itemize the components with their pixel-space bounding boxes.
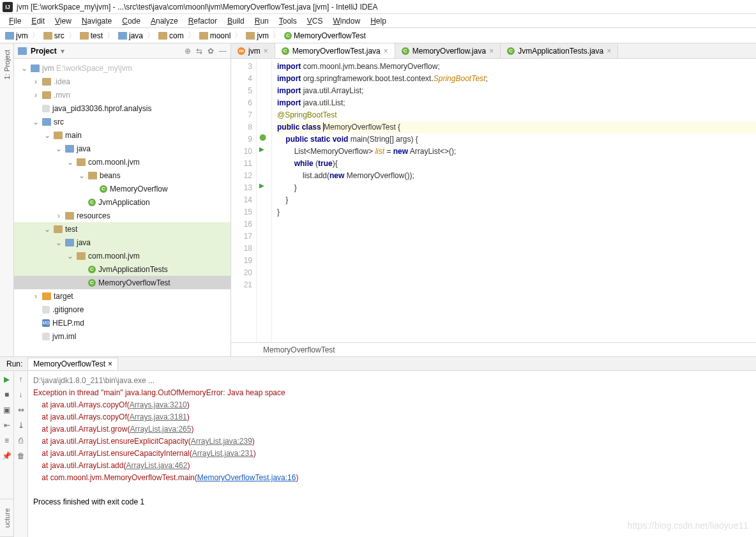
- project-panel-header: Project ▾ ⊕ ⇆ ✿ —: [14, 43, 231, 59]
- breadcrumb-item[interactable]: jvm: [245, 31, 270, 41]
- menu-code[interactable]: Code: [117, 15, 146, 27]
- tree-node[interactable]: .mvn: [14, 88, 231, 102]
- breadcrumb-item[interactable]: moonl: [198, 31, 232, 41]
- pin-icon[interactable]: 📌: [2, 451, 11, 460]
- breadcrumb-item[interactable]: com: [157, 31, 185, 41]
- menu-analyze[interactable]: Analyze: [146, 15, 183, 27]
- run-tool-window: Run: MemoryOverflowTest × ▶ ■ ▣ ⇤ ≡ 📌 ↑ …: [0, 356, 756, 537]
- tree-node[interactable]: jvm E:\workSpace_my\jvm: [14, 61, 231, 75]
- menu-vcs[interactable]: VCS: [302, 15, 328, 27]
- close-icon[interactable]: ×: [264, 47, 268, 56]
- tree-node[interactable]: jvm.iml: [14, 329, 231, 343]
- code-editor[interactable]: 3456789101112131415161718192021 ⬤▶▶ impo…: [231, 59, 756, 342]
- tree-node[interactable]: java: [14, 142, 231, 155]
- up-icon[interactable]: ↑: [19, 375, 23, 384]
- tree-node[interactable]: com.moonl.jvm: [14, 249, 231, 262]
- editor-tab[interactable]: mjvm×: [231, 43, 275, 58]
- folder-icon: [18, 47, 27, 55]
- exit-icon[interactable]: ⇤: [4, 421, 10, 430]
- menu-navigate[interactable]: Navigate: [77, 15, 117, 27]
- print-icon[interactable]: ⎙: [19, 436, 23, 445]
- tree-node[interactable]: test: [14, 222, 231, 236]
- hide-icon[interactable]: —: [219, 47, 227, 56]
- close-icon[interactable]: ×: [607, 47, 611, 56]
- main-menu[interactable]: FileEditViewNavigateCodeAnalyzeRefactorB…: [0, 14, 756, 28]
- layout-icon[interactable]: ≡: [4, 436, 9, 445]
- rerun-icon[interactable]: ▶: [4, 375, 10, 384]
- left-tool-gutter[interactable]: 1: Project: [0, 43, 14, 356]
- wrap-icon[interactable]: ⇔: [18, 405, 24, 414]
- menu-edit[interactable]: Edit: [26, 15, 50, 27]
- tree-node[interactable]: CMemoryOverflowTest: [14, 276, 231, 289]
- menu-refactor[interactable]: Refactor: [183, 15, 222, 27]
- editor-tab[interactable]: CJvmApplicationTests.java×: [501, 43, 618, 58]
- tree-node[interactable]: CJvmApplication: [14, 195, 231, 209]
- structure-tool-tab[interactable]: ucture: [0, 499, 14, 537]
- run-config-tab[interactable]: MemoryOverflowTest ×: [27, 358, 118, 370]
- breadcrumb-item[interactable]: CMemoryOverflowTest: [283, 31, 367, 41]
- window-title-bar: IJ jvm [E:\workSpace_my\jvm] - ...\src\t…: [0, 0, 756, 14]
- tree-node[interactable]: main: [14, 128, 231, 142]
- tree-node[interactable]: MDHELP.md: [14, 316, 231, 329]
- line-number-gutter: 3456789101112131415161718192021: [231, 59, 257, 342]
- tree-node[interactable]: src: [14, 115, 231, 128]
- tree-node[interactable]: java: [14, 236, 231, 249]
- project-tool-tab[interactable]: 1: Project: [3, 50, 11, 79]
- breadcrumb-item[interactable]: java: [117, 31, 144, 41]
- menu-tools[interactable]: Tools: [274, 15, 302, 27]
- collapse-icon[interactable]: ⇆: [196, 47, 202, 56]
- camera-icon[interactable]: ▣: [3, 405, 10, 414]
- editor-tab[interactable]: CMemoryOverflowTest.java×: [275, 43, 395, 58]
- run-header: Run: MemoryOverflowTest ×: [0, 357, 756, 371]
- console-output[interactable]: D:\java\jdk1.8.0_211\bin\java.exe ...Exc…: [28, 371, 756, 537]
- tree-node[interactable]: com.moonl.jvm: [14, 155, 231, 169]
- close-icon[interactable]: ×: [489, 47, 494, 56]
- menu-view[interactable]: View: [50, 15, 77, 27]
- breadcrumb-item[interactable]: jvm: [4, 31, 29, 41]
- project-panel-title: Project: [31, 47, 57, 56]
- app-logo-icon: IJ: [3, 2, 13, 12]
- close-icon[interactable]: ×: [108, 359, 112, 368]
- run-gutter[interactable]: ⬤▶▶: [257, 59, 272, 342]
- run-toolbar-right[interactable]: ↑ ↓ ⇔ ⤓ ⎙ 🗑: [14, 371, 28, 537]
- menu-file[interactable]: File: [4, 15, 26, 27]
- editor-tab[interactable]: CMemoryOverflow.java×: [395, 43, 501, 58]
- scroll-icon[interactable]: ⤓: [18, 421, 24, 430]
- menu-run[interactable]: Run: [250, 15, 274, 27]
- project-tree[interactable]: jvm E:\workSpace_my\jvm.idea.mvnjava_pid…: [14, 59, 231, 356]
- breadcrumb-item[interactable]: test: [79, 31, 104, 41]
- settings-icon[interactable]: ✿: [208, 47, 214, 56]
- locate-icon[interactable]: ⊕: [185, 47, 191, 56]
- code-content[interactable]: import com.moonl.jvm.beans.MemoryOverflo…: [272, 59, 756, 342]
- clear-icon[interactable]: 🗑: [17, 451, 25, 460]
- breadcrumb-item[interactable]: src: [42, 31, 66, 41]
- stop-icon[interactable]: ■: [4, 390, 9, 399]
- window-title: jvm [E:\workSpace_my\jvm] - ...\src\test…: [17, 3, 377, 11]
- menu-build[interactable]: Build: [222, 15, 250, 27]
- tree-node[interactable]: java_pid33036.hprof.analysis: [14, 102, 231, 115]
- nav-breadcrumb[interactable]: jvm〉src〉test〉java〉com〉moonl〉jvm〉CMemoryO…: [0, 28, 756, 43]
- tree-node[interactable]: .gitignore: [14, 303, 231, 316]
- editor-tabs[interactable]: mjvm×CMemoryOverflowTest.java×CMemoryOve…: [231, 43, 756, 59]
- tree-node[interactable]: .idea: [14, 75, 231, 88]
- tree-node[interactable]: CJvmApplicationTests: [14, 262, 231, 276]
- tree-node[interactable]: beans: [14, 169, 231, 182]
- watermark: https://blog.csdn.net/liaoyue11: [628, 520, 748, 531]
- tree-node[interactable]: resources: [14, 209, 231, 222]
- editor-area: mjvm×CMemoryOverflowTest.java×CMemoryOve…: [231, 43, 756, 356]
- run-label: Run:: [6, 359, 22, 368]
- menu-window[interactable]: Window: [328, 15, 365, 27]
- editor-breadcrumb[interactable]: MemoryOverflowTest: [231, 342, 756, 356]
- tree-node[interactable]: target: [14, 289, 231, 303]
- menu-help[interactable]: Help: [365, 15, 391, 27]
- tree-node[interactable]: CMemoryOverflow: [14, 182, 231, 195]
- close-icon[interactable]: ×: [384, 47, 388, 56]
- down-icon[interactable]: ↓: [19, 390, 23, 399]
- project-panel: Project ▾ ⊕ ⇆ ✿ — jvm E:\workSpace_my\jv…: [14, 43, 231, 356]
